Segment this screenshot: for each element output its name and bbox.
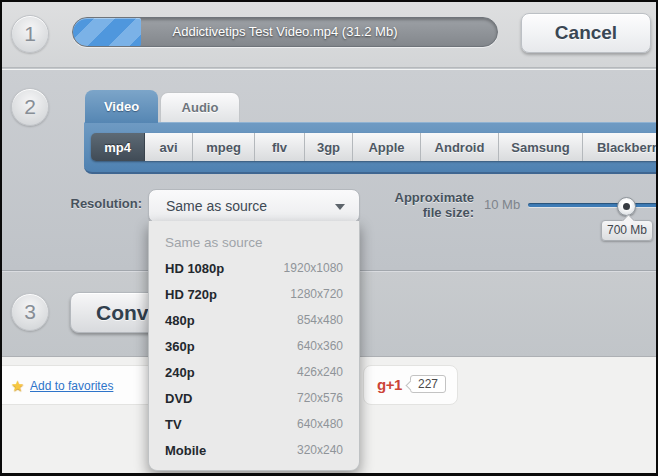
format-bar: mp4 avi mpeg flv 3gp Apple Android Samsu… xyxy=(84,122,656,174)
resolution-option[interactable]: 720x576 DVD xyxy=(149,385,359,411)
filesize-slider-tooltip: 700 Mb xyxy=(601,220,653,241)
format-button-group: mp4 avi mpeg flv 3gp Apple Android Samsu… xyxy=(91,133,656,161)
format-button-blackberry[interactable]: Blackberry xyxy=(583,133,656,161)
format-button-mp4[interactable]: mp4 xyxy=(91,133,145,161)
resolution-select[interactable]: Same as source xyxy=(148,189,360,223)
plusone-count-badge: 227 xyxy=(410,375,446,393)
resolution-option[interactable]: Same as source xyxy=(149,229,359,255)
step3-badge: 3 xyxy=(11,293,49,331)
app-window: 1 Addictivetips Test Video.mp4 (31.2 Mb)… xyxy=(0,0,658,476)
filesize-min-value: 10 Mb xyxy=(484,197,520,212)
tab-video[interactable]: Video xyxy=(85,90,158,123)
format-button-3gp[interactable]: 3gp xyxy=(305,133,353,161)
upload-progress-bar: Addictivetips Test Video.mp4 (31.2 Mb) xyxy=(72,17,498,47)
step1-number: 1 xyxy=(24,22,36,45)
format-button-flv[interactable]: flv xyxy=(255,133,305,161)
resolution-selected-value: Same as source xyxy=(166,190,267,222)
resolution-dropdown-list: Same as source 1920x1080 HD 1080p 1280x7… xyxy=(148,221,360,471)
converter-app: 1 Addictivetips Test Video.mp4 (31.2 Mb)… xyxy=(2,2,656,473)
plusone-box: g+1 227 xyxy=(363,365,458,405)
format-button-android[interactable]: Android xyxy=(421,133,499,161)
tab-audio[interactable]: Audio xyxy=(160,92,240,123)
resolution-option[interactable]: 1280x720 HD 720p xyxy=(149,281,359,307)
resolution-label: Resolution: xyxy=(20,196,142,211)
step3-number: 3 xyxy=(24,300,36,323)
chevron-down-icon xyxy=(335,204,345,210)
resolution-option[interactable]: 854x480 480p xyxy=(149,307,359,333)
format-button-mpeg[interactable]: mpeg xyxy=(193,133,255,161)
resolution-option[interactable]: 426x240 240p xyxy=(149,359,359,385)
filesize-slider-track[interactable] xyxy=(528,203,656,207)
resolution-option[interactable]: 1920x1080 HD 1080p xyxy=(149,255,359,281)
resolution-option[interactable]: 640x480 TV xyxy=(149,411,359,437)
filesize-slider-knob[interactable] xyxy=(617,197,636,216)
filesize-label: Approximate file size: xyxy=(390,190,474,220)
star-icon: ★ xyxy=(11,377,24,395)
cancel-button[interactable]: Cancel xyxy=(521,13,651,53)
format-button-apple[interactable]: Apple xyxy=(353,133,421,161)
resolution-option[interactable]: 640x360 360p xyxy=(149,333,359,359)
step2-badge: 2 xyxy=(11,88,49,126)
upload-file-label: Addictivetips Test Video.mp4 (31.2 Mb) xyxy=(73,18,497,46)
step1-badge: 1 xyxy=(11,15,49,53)
format-button-avi[interactable]: avi xyxy=(145,133,193,161)
section-step1: 1 Addictivetips Test Video.mp4 (31.2 Mb)… xyxy=(2,2,656,68)
step2-number: 2 xyxy=(24,95,36,118)
add-to-favorites-link[interactable]: Add to favorites xyxy=(30,379,113,393)
google-plusone-button[interactable]: g+1 xyxy=(377,376,402,393)
resolution-option[interactable]: 320x240 Mobile xyxy=(149,437,359,463)
format-button-samsung[interactable]: Samsung xyxy=(499,133,583,161)
